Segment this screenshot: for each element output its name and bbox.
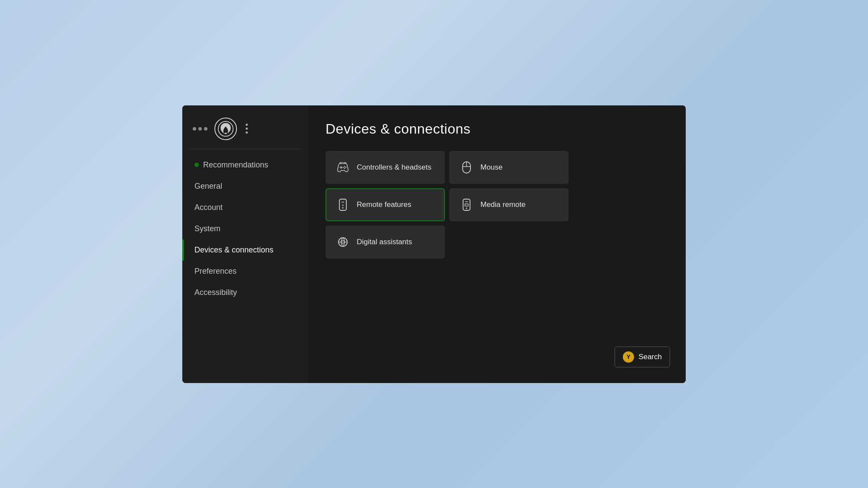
xbox-logo (214, 118, 237, 140)
menu-dot-1 (246, 124, 248, 126)
grid-item-controllers[interactable]: Controllers & headsets (326, 151, 445, 184)
sidebar-nav: Recommendations General Account System D… (182, 154, 308, 303)
dot-3 (204, 127, 207, 131)
y-button-icon: Y (623, 351, 634, 363)
dot-2 (198, 127, 202, 131)
sidebar-item-account[interactable]: Account (182, 197, 308, 218)
back-dots[interactable] (193, 127, 207, 131)
sidebar-divider (189, 149, 301, 149)
menu-dots[interactable] (246, 124, 248, 134)
sidebar-item-label: System (194, 224, 220, 233)
settings-window: Recommendations General Account System D… (182, 105, 686, 383)
sidebar-item-general[interactable]: General (182, 176, 308, 197)
media-remote-icon (460, 199, 473, 211)
svg-point-13 (342, 207, 344, 208)
dot-1 (193, 127, 196, 131)
grid-item-media-remote[interactable]: Media remote (449, 188, 569, 221)
svg-point-12 (342, 204, 344, 206)
page-title: Devices & connections (326, 121, 668, 137)
sidebar-item-label: Accessibility (194, 288, 237, 297)
sidebar-header (182, 105, 308, 149)
grid-item-label: Digital assistants (357, 238, 412, 246)
sidebar: Recommendations General Account System D… (182, 105, 308, 383)
mouse-icon (460, 161, 473, 174)
svg-point-5 (344, 167, 345, 168)
svg-point-3 (344, 166, 345, 167)
sidebar-item-devices[interactable]: Devices & connections (182, 239, 308, 261)
main-content: Devices & connections (308, 105, 686, 383)
sidebar-item-system[interactable]: System (182, 218, 308, 239)
sidebar-item-label: Account (194, 203, 223, 212)
grid-item-label: Mouse (480, 163, 503, 172)
search-button[interactable]: Y Search (615, 347, 670, 367)
svg-point-4 (345, 167, 346, 167)
recommendations-dot (194, 163, 199, 167)
sidebar-item-accessibility[interactable]: Accessibility (182, 282, 308, 303)
svg-point-17 (466, 207, 467, 209)
controller-icon (337, 161, 349, 174)
assistant-icon (337, 236, 349, 248)
grid-item-mouse[interactable]: Mouse (449, 151, 569, 184)
grid-item-label: Remote features (357, 200, 411, 209)
sidebar-item-label: General (194, 182, 222, 191)
sidebar-item-preferences[interactable]: Preferences (182, 261, 308, 282)
devices-grid: Controllers & headsets Mouse (326, 151, 569, 259)
grid-item-remote-features[interactable]: Remote features (326, 188, 445, 221)
grid-item-label: Controllers & headsets (357, 163, 431, 172)
sidebar-item-recommendations[interactable]: Recommendations (182, 154, 308, 176)
svg-rect-16 (465, 204, 468, 206)
grid-item-digital-assistants[interactable]: Digital assistants (326, 226, 445, 259)
menu-dot-3 (246, 131, 248, 134)
sidebar-item-label: Preferences (194, 267, 237, 276)
remote-icon (337, 199, 349, 211)
search-label: Search (638, 353, 662, 361)
sidebar-item-label: Devices & connections (194, 246, 273, 255)
grid-item-label: Media remote (480, 200, 526, 209)
svg-point-6 (343, 167, 344, 167)
menu-dot-2 (246, 128, 248, 130)
sidebar-item-label: Recommendations (203, 160, 268, 170)
